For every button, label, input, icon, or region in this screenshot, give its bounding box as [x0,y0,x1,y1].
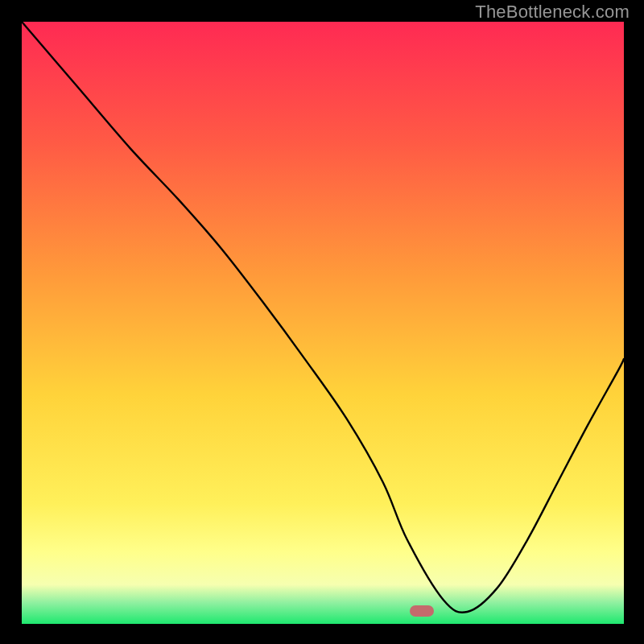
optimal-point-marker [410,605,434,617]
gradient-background [22,22,624,624]
bottleneck-chart [22,22,624,624]
chart-frame: TheBottleneck.com [0,0,644,644]
watermark-text: TheBottleneck.com [475,2,630,23]
